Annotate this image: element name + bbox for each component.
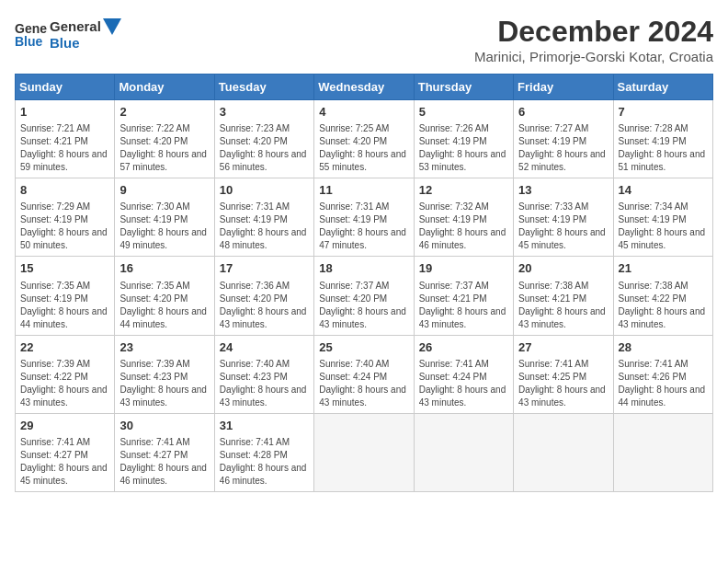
- calendar-cell: 23Sunrise: 7:39 AMSunset: 4:23 PMDayligh…: [115, 335, 214, 413]
- calendar-cell: [314, 413, 414, 491]
- calendar-cell: 27Sunrise: 7:41 AMSunset: 4:25 PMDayligh…: [514, 335, 613, 413]
- day-number: 19: [419, 260, 508, 277]
- day-number: 3: [220, 104, 309, 121]
- calendar-cell: 2Sunrise: 7:22 AMSunset: 4:20 PMDaylight…: [115, 100, 214, 178]
- day-number: 8: [20, 182, 109, 199]
- day-info: Sunrise: 7:35 AMSunset: 4:20 PMDaylight:…: [119, 280, 209, 331]
- calendar-cell: 4Sunrise: 7:25 AMSunset: 4:20 PMDaylight…: [314, 100, 414, 178]
- day-number: 28: [619, 339, 708, 356]
- logo-full: General Blue: [50, 15, 128, 55]
- day-info: Sunrise: 7:34 AMSunset: 4:19 PMDaylight:…: [619, 201, 708, 252]
- day-number: 20: [518, 260, 608, 277]
- calendar-header-row: SundayMondayTuesdayWednesdayThursdayFrid…: [16, 75, 713, 100]
- day-info: Sunrise: 7:31 AMSunset: 4:19 PMDaylight:…: [220, 201, 309, 252]
- day-number: 9: [119, 182, 209, 199]
- day-info: Sunrise: 7:27 AMSunset: 4:19 PMDaylight:…: [518, 122, 608, 174]
- day-info: Sunrise: 7:41 AMSunset: 4:26 PMDaylight:…: [619, 358, 708, 409]
- day-number: 4: [319, 104, 408, 121]
- svg-marker-4: [103, 18, 121, 35]
- weekday-header-saturday: Saturday: [613, 75, 712, 100]
- calendar-week-row: 8Sunrise: 7:29 AMSunset: 4:19 PMDaylight…: [16, 178, 713, 257]
- calendar-week-row: 29Sunrise: 7:41 AMSunset: 4:27 PMDayligh…: [16, 413, 713, 491]
- day-info: Sunrise: 7:36 AMSunset: 4:20 PMDaylight:…: [220, 280, 309, 331]
- logo-icon: General Blue: [15, 18, 48, 52]
- logo: General Blue General Blue: [15, 15, 128, 55]
- day-info: Sunrise: 7:40 AMSunset: 4:24 PMDaylight:…: [319, 358, 408, 409]
- svg-text:Blue: Blue: [15, 34, 43, 49]
- calendar-cell: 16Sunrise: 7:35 AMSunset: 4:20 PMDayligh…: [115, 257, 214, 335]
- day-info: Sunrise: 7:40 AMSunset: 4:23 PMDaylight:…: [220, 358, 309, 409]
- day-number: 13: [518, 182, 608, 199]
- day-info: Sunrise: 7:28 AMSunset: 4:19 PMDaylight:…: [619, 122, 708, 174]
- day-number: 24: [220, 339, 309, 356]
- calendar-title: December 2024: [474, 15, 713, 49]
- calendar-cell: 10Sunrise: 7:31 AMSunset: 4:19 PMDayligh…: [214, 178, 313, 257]
- day-info: Sunrise: 7:41 AMSunset: 4:25 PMDaylight:…: [518, 358, 608, 409]
- day-number: 30: [119, 418, 209, 434]
- day-number: 16: [119, 260, 209, 277]
- day-number: 22: [20, 339, 109, 356]
- day-info: Sunrise: 7:30 AMSunset: 4:19 PMDaylight:…: [119, 201, 209, 252]
- day-info: Sunrise: 7:41 AMSunset: 4:27 PMDaylight:…: [119, 436, 209, 488]
- calendar-cell: [514, 413, 613, 491]
- day-info: Sunrise: 7:35 AMSunset: 4:19 PMDaylight:…: [20, 280, 109, 331]
- calendar-cell: [613, 413, 712, 491]
- calendar-cell: 19Sunrise: 7:37 AMSunset: 4:21 PMDayligh…: [414, 257, 513, 335]
- weekday-header-friday: Friday: [514, 75, 613, 100]
- day-info: Sunrise: 7:22 AMSunset: 4:20 PMDaylight:…: [119, 122, 209, 174]
- day-info: Sunrise: 7:39 AMSunset: 4:22 PMDaylight:…: [20, 358, 109, 409]
- calendar-subtitle: Marinici, Primorje-Gorski Kotar, Croatia: [474, 49, 713, 64]
- day-info: Sunrise: 7:38 AMSunset: 4:22 PMDaylight:…: [619, 280, 708, 331]
- calendar-cell: 11Sunrise: 7:31 AMSunset: 4:19 PMDayligh…: [314, 178, 414, 257]
- day-number: 29: [20, 418, 109, 434]
- day-info: Sunrise: 7:31 AMSunset: 4:19 PMDaylight:…: [319, 201, 408, 252]
- calendar-cell: 24Sunrise: 7:40 AMSunset: 4:23 PMDayligh…: [214, 335, 313, 413]
- calendar-title-block: December 2024 Marinici, Primorje-Gorski …: [474, 15, 713, 64]
- day-number: 31: [220, 418, 309, 434]
- day-info: Sunrise: 7:25 AMSunset: 4:20 PMDaylight:…: [319, 122, 408, 174]
- day-number: 6: [518, 104, 608, 121]
- day-number: 21: [619, 260, 708, 277]
- weekday-header-tuesday: Tuesday: [214, 75, 313, 100]
- calendar-week-row: 15Sunrise: 7:35 AMSunset: 4:19 PMDayligh…: [16, 257, 713, 335]
- weekday-header-thursday: Thursday: [414, 75, 513, 100]
- day-number: 12: [419, 182, 508, 199]
- calendar-cell: 6Sunrise: 7:27 AMSunset: 4:19 PMDaylight…: [514, 100, 613, 178]
- day-number: 11: [319, 182, 408, 199]
- calendar-cell: 7Sunrise: 7:28 AMSunset: 4:19 PMDaylight…: [613, 100, 712, 178]
- calendar-cell: 3Sunrise: 7:23 AMSunset: 4:20 PMDaylight…: [214, 100, 313, 178]
- day-info: Sunrise: 7:41 AMSunset: 4:28 PMDaylight:…: [220, 436, 309, 488]
- calendar-cell: 28Sunrise: 7:41 AMSunset: 4:26 PMDayligh…: [613, 335, 712, 413]
- day-number: 7: [619, 104, 708, 121]
- day-number: 17: [220, 260, 309, 277]
- calendar-cell: 17Sunrise: 7:36 AMSunset: 4:20 PMDayligh…: [214, 257, 313, 335]
- day-info: Sunrise: 7:38 AMSunset: 4:21 PMDaylight:…: [518, 280, 608, 331]
- day-info: Sunrise: 7:37 AMSunset: 4:20 PMDaylight:…: [319, 280, 408, 331]
- page-header: General Blue General Blue December 2024 …: [15, 15, 713, 64]
- calendar-cell: 8Sunrise: 7:29 AMSunset: 4:19 PMDaylight…: [16, 178, 115, 257]
- calendar-cell: 5Sunrise: 7:26 AMSunset: 4:19 PMDaylight…: [414, 100, 513, 178]
- calendar-cell: 31Sunrise: 7:41 AMSunset: 4:28 PMDayligh…: [214, 413, 313, 491]
- calendar-cell: 14Sunrise: 7:34 AMSunset: 4:19 PMDayligh…: [613, 178, 712, 257]
- day-number: 5: [419, 104, 508, 121]
- calendar-cell: 25Sunrise: 7:40 AMSunset: 4:24 PMDayligh…: [314, 335, 414, 413]
- calendar-cell: [414, 413, 513, 491]
- day-number: 25: [319, 339, 408, 356]
- weekday-header-wednesday: Wednesday: [314, 75, 414, 100]
- day-info: Sunrise: 7:37 AMSunset: 4:21 PMDaylight:…: [419, 280, 508, 331]
- day-number: 18: [319, 260, 408, 277]
- day-number: 14: [619, 182, 708, 199]
- day-info: Sunrise: 7:21 AMSunset: 4:21 PMDaylight:…: [20, 122, 109, 174]
- calendar-week-row: 1Sunrise: 7:21 AMSunset: 4:21 PMDaylight…: [16, 100, 713, 178]
- calendar-cell: 29Sunrise: 7:41 AMSunset: 4:27 PMDayligh…: [16, 413, 115, 491]
- calendar-table: SundayMondayTuesdayWednesdayThursdayFrid…: [15, 74, 713, 492]
- svg-text:Blue: Blue: [50, 35, 80, 51]
- day-number: 1: [20, 104, 109, 121]
- day-number: 27: [518, 339, 608, 356]
- day-number: 26: [419, 339, 508, 356]
- calendar-cell: 12Sunrise: 7:32 AMSunset: 4:19 PMDayligh…: [414, 178, 513, 257]
- day-number: 10: [220, 182, 309, 199]
- calendar-cell: 13Sunrise: 7:33 AMSunset: 4:19 PMDayligh…: [514, 178, 613, 257]
- calendar-cell: 21Sunrise: 7:38 AMSunset: 4:22 PMDayligh…: [613, 257, 712, 335]
- day-info: Sunrise: 7:41 AMSunset: 4:27 PMDaylight:…: [20, 436, 109, 488]
